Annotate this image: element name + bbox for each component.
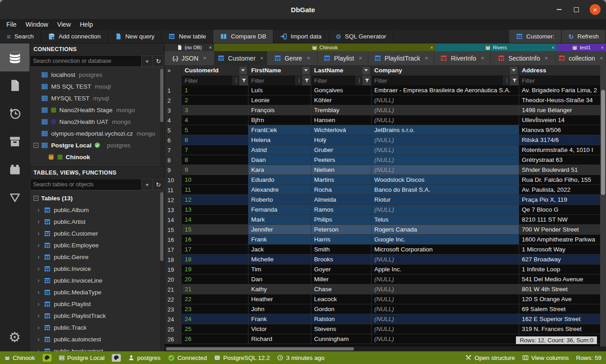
scrollbar-thumb[interactable] xyxy=(601,90,605,195)
minimize-icon[interactable] xyxy=(555,6,563,13)
cell-firstname[interactable]: Eduardo xyxy=(248,175,311,185)
chevron-right-icon[interactable]: › xyxy=(36,241,41,249)
sidebar-item-connections[interactable] xyxy=(0,43,29,71)
chevron-right-icon[interactable]: › xyxy=(36,206,41,213)
cell-address[interactable]: 1600 Amphitheatre Parkwa xyxy=(519,235,601,245)
column-dropdown-icon[interactable] xyxy=(510,67,517,74)
funnel-icon[interactable] xyxy=(302,76,311,85)
cell-lastname[interactable]: Nielsen xyxy=(311,165,372,175)
cell-customerid[interactable]: 22 xyxy=(182,294,248,304)
column-dropdown-icon[interactable] xyxy=(302,67,310,74)
tables-search-input[interactable] xyxy=(30,179,142,190)
cell-customerid[interactable]: 7 xyxy=(182,145,248,155)
row-number[interactable]: 14 xyxy=(165,215,182,225)
cell-lastname[interactable]: Wichterlová xyxy=(311,125,372,135)
add-connection-plus-icon[interactable]: + xyxy=(142,55,153,67)
cell-address[interactable]: Av. Brigadeiro Faria Lima, 2 xyxy=(519,85,601,95)
cell-address[interactable]: 1498 rue Bélanger xyxy=(519,105,601,115)
row-number[interactable]: 16 xyxy=(165,235,182,245)
db-group-Chinook[interactable]: Chinook× xyxy=(214,43,435,51)
cell-company[interactable]: Embraer - Empresa Brasileira de Aeronáut… xyxy=(372,85,519,95)
cell-lastname[interactable]: Almeida xyxy=(311,195,372,205)
cell-customerid[interactable]: 25 xyxy=(182,324,248,334)
cell-lastname[interactable]: Chase xyxy=(311,284,372,294)
tables-scrollbar[interactable] xyxy=(160,192,163,350)
chevron-right-icon[interactable]: › xyxy=(36,277,41,284)
cell-address[interactable]: 319 N. Frances Street xyxy=(519,324,601,334)
cell-company[interactable]: (NULL) xyxy=(372,145,519,155)
cell-customerid[interactable]: 23 xyxy=(182,304,248,314)
tab-playlisttrack[interactable]: PlaylistTrack× xyxy=(368,51,434,65)
cell-firstname[interactable]: Alexandre xyxy=(248,185,311,195)
cell-firstname[interactable]: Heather xyxy=(248,294,311,304)
cell-lastname[interactable]: Miller xyxy=(311,274,372,284)
table-item[interactable]: ›public.Invoice xyxy=(30,263,164,274)
cell-lastname[interactable]: Harris xyxy=(311,235,372,245)
close-group-icon[interactable]: × xyxy=(552,45,554,50)
cell-company[interactable]: Woodstock Discos xyxy=(372,175,519,185)
add-table-plus-icon[interactable]: + xyxy=(142,179,153,190)
connection-item[interactable]: MS SQL TESTmssql xyxy=(30,80,164,92)
cell-company[interactable]: (NULL) xyxy=(372,255,519,265)
chevron-right-icon[interactable]: › xyxy=(36,218,41,225)
connection-item[interactable]: −Postgre Localpostgres xyxy=(30,139,164,151)
cell-address[interactable]: 69 Salem Street xyxy=(519,304,601,314)
row-number[interactable]: 8 xyxy=(165,155,182,165)
cell-address[interactable]: Av. Paulista, 2022 xyxy=(519,185,601,195)
table-item[interactable]: ›public.Artist xyxy=(30,216,164,227)
toolbar-button-sql-generator[interactable]: ⚙SQL Generator xyxy=(329,30,394,43)
maximize-icon[interactable] xyxy=(573,6,580,13)
cell-lastname[interactable]: Goyer xyxy=(311,265,372,274)
cell-lastname[interactable]: Cunningham xyxy=(311,334,372,344)
funnel-icon[interactable] xyxy=(239,76,248,85)
theme-palette-icon[interactable] xyxy=(112,354,121,362)
toolbar-button-add-connection[interactable]: Add connection xyxy=(41,30,108,43)
filter-menu-icon[interactable]: ⋮ xyxy=(356,76,363,85)
close-tab-icon[interactable]: × xyxy=(481,55,484,61)
cell-firstname[interactable]: Bjřrn xyxy=(248,115,311,125)
cell-company[interactable]: Rogers Canada xyxy=(372,225,519,235)
sidebar-item-query-designer[interactable] xyxy=(0,184,29,212)
filter-menu-icon[interactable]: ⋮ xyxy=(503,76,510,85)
cell-firstname[interactable]: Franti□ek xyxy=(248,125,311,135)
cell-firstname[interactable]: François xyxy=(248,105,311,115)
row-number[interactable]: 26 xyxy=(165,334,182,344)
cell-lastname[interactable]: Ramos xyxy=(311,205,372,215)
column-header-company[interactable]: Company xyxy=(372,65,519,76)
cell-company[interactable]: Telus xyxy=(372,215,519,225)
cell-customerid[interactable]: 5 xyxy=(182,125,248,135)
toolbar-button-compare-db[interactable]: Compare DB xyxy=(213,30,273,43)
filter-menu-icon[interactable]: ⋮ xyxy=(233,76,239,85)
cell-lastname[interactable]: Gonçalves xyxy=(311,85,372,95)
cell-lastname[interactable]: Martins xyxy=(311,175,372,185)
cell-firstname[interactable]: Victor xyxy=(248,324,311,334)
row-number[interactable]: 7 xyxy=(165,145,182,155)
cell-lastname[interactable]: Brooks xyxy=(311,255,372,265)
row-number[interactable]: 3 xyxy=(165,105,182,115)
row-number[interactable]: 12 xyxy=(165,195,182,205)
chevron-right-icon[interactable]: › xyxy=(36,288,41,296)
toolbar-button-search[interactable]: ≡Search xyxy=(0,30,41,43)
tables-refresh-icon[interactable]: ↻ xyxy=(153,179,164,190)
connection-item[interactable]: MYSQL TESTmysql xyxy=(30,92,164,104)
column-dropdown-icon[interactable] xyxy=(363,67,370,74)
cell-firstname[interactable]: Kathy xyxy=(248,284,311,294)
row-number[interactable]: 18 xyxy=(165,255,182,265)
cell-lastname[interactable]: Hansen xyxy=(311,115,372,125)
settings-gear-icon[interactable]: ⚙ xyxy=(9,329,21,345)
cell-lastname[interactable]: Smith xyxy=(311,245,372,255)
cell-customerid[interactable]: 14 xyxy=(182,215,248,225)
db-group-test1[interactable]: test1× xyxy=(557,43,606,51)
column-header-lastname[interactable]: LastName xyxy=(311,65,372,76)
vertical-scrollbar[interactable] xyxy=(600,65,606,346)
cell-address[interactable]: Praça Pio X, 119 xyxy=(519,195,601,205)
cell-customerid[interactable]: 1 xyxy=(182,85,248,95)
db-group--no-DB-[interactable]: (no DB)× xyxy=(165,43,214,51)
table-item[interactable]: ›public.InvoiceLine xyxy=(30,274,164,286)
scrollbar-thumb[interactable] xyxy=(166,347,354,350)
cell-company[interactable]: (NULL) xyxy=(372,274,519,284)
row-number[interactable]: 2 xyxy=(165,95,182,105)
cell-customerid[interactable]: 8 xyxy=(182,155,248,165)
cell-address[interactable]: 627 Broadway xyxy=(519,255,601,265)
cell-firstname[interactable]: Dan xyxy=(248,274,311,284)
